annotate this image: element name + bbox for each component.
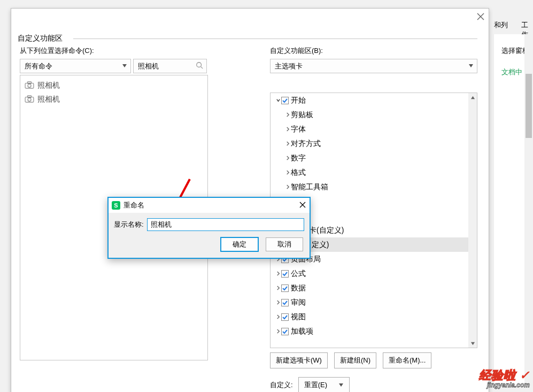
checkbox[interactable] [281,313,289,321]
collapse-icon[interactable] [284,156,291,160]
tree-node[interactable]: 格式 [271,165,477,180]
tree-node[interactable]: 数字 [271,151,477,165]
tree-label: 开始 [291,96,306,105]
customizations-label: 自定义: [270,380,293,390]
rename-titlebar[interactable]: S 重命名 [109,198,310,213]
display-name-input[interactable] [147,218,304,231]
collapse-icon[interactable] [275,271,281,276]
checkbox[interactable] [281,299,289,306]
svg-marker-16 [339,383,343,387]
checkbox[interactable] [281,285,289,292]
ok-button[interactable]: 确定 [221,237,258,251]
svg-marker-14 [470,96,474,98]
cancel-button[interactable]: 取消 [266,237,303,251]
commands-from-label: 从下列位置选择命令(C): [20,46,208,56]
new-tab-button[interactable]: 新建选项卡(W) [270,352,328,368]
section-title: 自定义功能区 [18,34,64,43]
svg-marker-15 [470,342,474,344]
app-icon: S [112,201,120,210]
rename-button[interactable]: 重命名(M)... [383,352,431,368]
tree-label: 审阅 [291,298,306,308]
scroll-up-icon[interactable] [468,93,477,102]
tree-label: 智能工具箱 [291,182,328,192]
expand-icon[interactable] [275,98,281,103]
commands-search-input[interactable]: 照相机 [133,59,207,73]
watermark: 经验啦 ✓ jingyanla.com [479,367,530,389]
tree-node[interactable]: 审阅 [271,295,477,310]
close-icon[interactable] [299,201,306,210]
reset-label: 重置(E) [304,380,327,390]
tree-label: 剪贴板 [291,110,313,120]
camera-icon [25,95,34,104]
task-pane-scroll-thumb[interactable] [526,74,532,138]
watermark-text: 经验啦 [479,368,516,382]
section-divider [73,39,477,39]
reset-dropdown[interactable]: 重置(E) [298,377,350,392]
collapse-icon[interactable] [284,127,291,132]
collapse-icon[interactable] [275,314,281,319]
svg-point-11 [28,98,31,101]
svg-line-6 [201,67,203,69]
app-background: 和列 工作 选择窗格 文档中 自定义功能区 从下列位置选择命令(C): 所有命令… [0,0,533,392]
checkbox[interactable] [281,328,289,335]
search-value: 照相机 [138,62,159,71]
tree-node[interactable]: 加载项 [271,324,477,339]
collapse-icon[interactable] [275,286,281,290]
tree-action-buttons: 新建选项卡(W) 新建组(N) 重命名(M)... [270,352,477,368]
tree-label: 数字 [291,153,306,163]
tree-node[interactable]: 字体 [271,122,477,136]
watermark-url: jingyanla.com [479,381,530,389]
svg-point-5 [197,63,202,67]
ribbon-fragment-cols: 和列 [494,20,508,30]
tree-label: 数据 [291,283,306,293]
tree-node-start[interactable]: 开始 [271,93,477,107]
display-name-label: 显示名称: [114,220,144,229]
collapse-icon[interactable] [275,300,281,305]
camera-icon [25,81,34,90]
tree-label: 格式 [291,168,306,178]
list-item[interactable]: 照相机 [22,93,205,106]
tree-node[interactable]: 公式 [271,266,477,281]
search-icon [196,62,203,71]
close-button[interactable] [476,12,485,21]
tree-scrollbar[interactable] [468,93,477,348]
commands-source-combo[interactable]: 所有命令 [20,59,131,73]
collapse-icon[interactable] [284,141,291,146]
checkbox[interactable] [281,97,289,104]
chevron-down-icon [338,381,344,389]
task-pane-scrollbar[interactable] [524,34,533,387]
customize-ribbon-label: 自定义功能区(B): [270,46,477,56]
tree-node[interactable]: 数据 [271,281,477,295]
rename-title-text: 重命名 [123,201,144,210]
tree-label: 视图 [291,312,306,322]
svg-rect-9 [28,81,32,83]
commands-source-value: 所有命令 [25,62,52,71]
customizations-row: 自定义: 重置(E) [270,377,350,392]
tree-label: 对齐方式 [291,139,321,149]
tree-label: 加载项 [291,327,313,336]
task-pane: 选择窗格 文档中 [493,34,533,387]
collapse-icon[interactable] [284,185,291,189]
checkbox[interactable] [281,270,289,278]
tabs-scope-combo[interactable]: 主选项卡 [270,59,477,73]
tree-label: 字体 [291,125,306,134]
svg-rect-12 [28,95,32,97]
svg-marker-4 [122,64,127,67]
tree-node[interactable]: 智能工具箱 [271,180,477,194]
list-item-label: 照相机 [37,95,60,104]
rename-dialog: S 重命名 显示名称: 确定 取消 [107,197,311,259]
check-icon: ✓ [520,368,530,382]
list-item-label: 照相机 [37,81,60,90]
scroll-down-icon[interactable] [468,339,477,348]
svg-marker-13 [469,64,473,67]
svg-point-8 [28,84,31,87]
collapse-icon[interactable] [284,170,291,175]
list-item[interactable]: 照相机 [22,79,205,93]
chevron-down-icon [468,62,474,70]
tree-node[interactable]: 视图 [271,310,477,324]
collapse-icon[interactable] [284,112,291,117]
collapse-icon[interactable] [275,329,281,334]
tree-node[interactable]: 剪贴板 [271,107,477,122]
tree-node[interactable]: 对齐方式 [271,136,477,151]
new-group-button[interactable]: 新建组(N) [334,352,376,368]
